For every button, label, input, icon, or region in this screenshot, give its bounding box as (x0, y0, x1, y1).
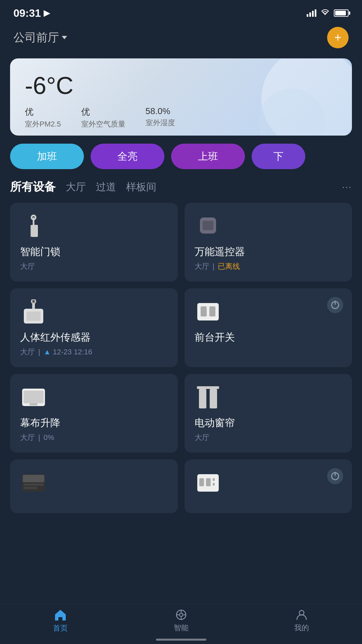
device-card-7[interactable] (10, 459, 178, 513)
device-location-remote: 大厅 (195, 261, 209, 271)
tab-showroom[interactable]: 样板间 (126, 180, 166, 194)
device-icon-8 (195, 469, 221, 496)
device-card-curtain[interactable]: 电动窗帘 大厅 (185, 374, 352, 453)
add-button[interactable]: + (327, 27, 349, 48)
device-extra-projector: 0% (44, 433, 54, 442)
weather-stats: 优 室外PM2.5 优 室外空气质量 58.0% 室外湿度 (25, 106, 337, 129)
device-name-sensor: 人体红外传感器 (20, 331, 168, 344)
device-name-projector: 幕布升降 (20, 416, 168, 430)
power-button-switch[interactable] (327, 297, 343, 313)
svg-rect-1 (31, 225, 38, 237)
svg-rect-27 (213, 478, 215, 481)
device-sub-lock: 大厅 (20, 261, 168, 271)
power-icon-8 (331, 472, 339, 480)
humidity-label: 室外湿度 (146, 118, 175, 128)
svg-rect-28 (213, 483, 215, 486)
svg-rect-26 (206, 478, 211, 486)
status-time: 09:31 ▶ (13, 7, 50, 19)
nav-label-home: 首页 (53, 623, 68, 633)
tab-corridor[interactable]: 过道 (96, 180, 126, 194)
quick-actions: 加班 全亮 上班 下 (0, 144, 362, 179)
svg-point-10 (32, 300, 35, 303)
signal-bar-3 (312, 11, 314, 17)
device-card-remote[interactable]: 万能遥控器 大厅 | 已离线 (185, 203, 352, 282)
svg-rect-11 (197, 303, 219, 320)
svg-rect-19 (210, 389, 217, 408)
device-icon-projector (20, 384, 47, 411)
device-card-switch[interactable]: 前台开关 (185, 288, 352, 367)
device-icon-remote (195, 213, 221, 240)
nav-label-me: 我的 (294, 623, 309, 633)
device-offline-remote: 已离线 (218, 261, 240, 271)
power-icon-switch (331, 301, 339, 309)
nav-item-me[interactable]: 我的 (241, 609, 362, 633)
home-icon (54, 608, 67, 621)
humidity-stat: 58.0% 室外湿度 (146, 106, 175, 129)
bottom-nav: 首页 智能 我的 (0, 604, 362, 644)
device-location-sensor: 大厅 (20, 347, 35, 357)
humidity-value: 58.0% (146, 106, 175, 116)
pm25-label: 室外PM2.5 (25, 119, 61, 129)
device-card-lock[interactable]: 智能门锁 大厅 (10, 203, 178, 282)
svg-rect-7 (27, 311, 41, 321)
signal-icon (307, 9, 316, 17)
power-button-8[interactable] (327, 468, 343, 484)
quick-btn-work[interactable]: 上班 (171, 144, 245, 169)
svg-rect-12 (201, 306, 207, 316)
pm25-value: 优 (25, 106, 61, 118)
device-card-projector[interactable]: 幕布升降 大厅 | 0% (10, 374, 178, 453)
signal-bar-2 (309, 12, 311, 17)
tab-all-devices[interactable]: 所有设备 (10, 179, 66, 195)
device-card-8[interactable] (185, 459, 352, 513)
svg-rect-18 (199, 389, 206, 408)
quick-btn-overtime[interactable]: 加班 (10, 144, 84, 169)
device-grid: 智能门锁 大厅 万能遥控器 大厅 | 已离线 (0, 203, 362, 513)
me-icon (296, 609, 308, 621)
device-name-lock: 智能门锁 (20, 245, 168, 259)
device-card-sensor[interactable]: 人体红外传感器 大厅 | ▲ 12-23 12:16 (10, 288, 178, 367)
device-location-projector: 大厅 (20, 433, 35, 443)
status-icons (307, 8, 349, 18)
device-time-sensor: ▲ 12-23 12:16 (44, 348, 92, 356)
device-icon-curtain (195, 384, 221, 411)
nav-item-smart[interactable]: 智能 (121, 609, 242, 633)
device-sep-remote: | (213, 262, 215, 271)
sensor-time-icon: ▲ (44, 348, 51, 356)
quick-btn-down[interactable]: 下 (252, 144, 305, 169)
temperature-display: -6°C (25, 72, 337, 99)
signal-bar-1 (307, 14, 308, 17)
device-sub-sensor: 大厅 | ▲ 12-23 12:16 (20, 347, 168, 357)
device-sub-curtain: 大厅 (195, 433, 342, 443)
svg-rect-17 (197, 386, 219, 389)
svg-point-0 (325, 14, 326, 15)
chevron-down-icon (62, 36, 67, 39)
svg-point-30 (179, 613, 183, 616)
svg-rect-22 (23, 484, 44, 486)
device-sep-sensor: | (38, 348, 40, 356)
device-location-lock: 大厅 (20, 261, 35, 271)
battery-icon (334, 9, 349, 17)
home-indicator (156, 639, 206, 641)
header: 公司前厅 + (0, 23, 362, 55)
device-icon-sensor (20, 298, 47, 325)
tabs-more-button[interactable]: ··· (342, 182, 352, 192)
sensor-time-value: 12-23 12:16 (53, 348, 92, 356)
svg-rect-23 (23, 487, 37, 489)
device-icon-switch (195, 298, 221, 325)
location-selector[interactable]: 公司前厅 (13, 30, 67, 45)
location-arrow-icon: ▶ (44, 8, 50, 18)
svg-rect-25 (199, 478, 204, 486)
device-tabs: 所有设备 大厅 过道 样板间 ··· (0, 179, 362, 203)
location-text: 公司前厅 (13, 30, 59, 45)
nav-label-smart: 智能 (174, 623, 189, 633)
status-bar: 09:31 ▶ (0, 0, 362, 23)
nav-item-home[interactable]: 首页 (0, 608, 121, 633)
quick-btn-full-bright[interactable]: 全亮 (91, 144, 164, 169)
svg-rect-5 (203, 221, 213, 230)
device-location-curtain: 大厅 (195, 433, 209, 443)
device-icon-lock (20, 213, 47, 240)
device-name-remote: 万能遥控器 (195, 245, 342, 259)
device-sub-projector: 大厅 | 0% (20, 433, 168, 443)
battery-fill (335, 11, 346, 15)
tab-hall[interactable]: 大厅 (66, 180, 96, 194)
